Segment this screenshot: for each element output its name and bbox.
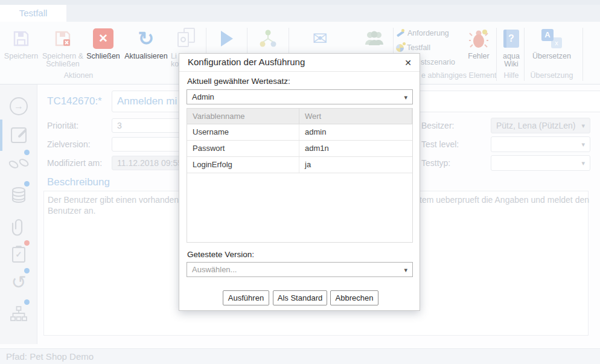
chevron-down-icon: ▾ [581, 137, 585, 152]
badge-dot-blue [24, 181, 30, 187]
ribbon-separator [524, 28, 525, 81]
version-select[interactable]: Auswählen... ▾ [187, 262, 413, 277]
beschreibung-line1-right: tem ueberprueft die Angaben und meldet d… [420, 195, 589, 205]
wertesatz-label: Aktuell gewählter Wertesatz: [187, 77, 290, 86]
help-book-icon: ? [503, 30, 519, 48]
edit-pencil-icon [11, 127, 27, 143]
besitzer-value: Pütz, Lena (PützLen) [496, 121, 576, 130]
create-anforderung-label: Anforderung [407, 29, 449, 37]
wiki-label: aqua Wiki [497, 53, 525, 68]
close-label: Schließen [86, 53, 121, 60]
save-close-button[interactable]: Speichern & Schließen [39, 27, 87, 68]
sidebar-item-edit[interactable] [0, 121, 37, 150]
group-caption-uebersetzung: Übersetzung [529, 71, 575, 80]
testcase-id: TC142670:* [47, 95, 102, 107]
dialog-title-bar: Konfiguration der Ausführung ✕ [179, 54, 420, 72]
besitzer-label: Besitzer: [421, 121, 454, 130]
version-placeholder: Auswählen... [192, 265, 237, 274]
wertesatz-selected-value: Admin [192, 92, 214, 101]
chevron-down-icon: ▾ [404, 90, 407, 104]
variable-value-cell: admin [299, 124, 412, 140]
sidebar-item-navigate[interactable]: → [0, 92, 37, 121]
translate-icon: xA [541, 29, 562, 48]
save-close-label: Speichern & Schließen [39, 53, 87, 68]
chevron-down-icon: ▾ [581, 118, 585, 133]
als-standard-button[interactable]: Als Standard [273, 290, 327, 305]
test-steps-icon [10, 156, 28, 172]
play-icon [221, 31, 233, 46]
status-bar: Pfad: Pet Shop Demo [0, 348, 600, 364]
besitzer-select[interactable]: Pütz, Lena (PützLen) ▾ [491, 118, 590, 133]
clipboard-check-icon: ✓ [12, 247, 25, 263]
floppy-icon [12, 30, 30, 48]
create-testszenario-button[interactable]: stszenario [421, 58, 455, 66]
left-sidebar: → ✓ ↺ [0, 85, 37, 348]
table-row[interactable]: Passwort adm1n [187, 141, 412, 157]
save-icon [4, 27, 39, 51]
testlevel-select[interactable]: ▾ [491, 136, 590, 152]
tab-testfall[interactable]: Testfall [0, 5, 66, 22]
table-row[interactable]: LoginErfolg ja [187, 157, 412, 173]
testtyp-label: Testtyp: [421, 158, 450, 168]
fehler-label: Fehler [462, 53, 496, 60]
refresh-button[interactable]: ↻ Aktualisieren [121, 27, 171, 60]
sidebar-item-steps[interactable] [0, 150, 37, 179]
sidebar-item-history[interactable]: ↺ [0, 268, 37, 297]
save-label: Speichern [4, 53, 39, 60]
arrow-right-circle-icon: → [10, 97, 28, 115]
workflow-button[interactable] [250, 27, 286, 51]
ribbon-separator [496, 28, 497, 81]
wertesatz-select[interactable]: Admin ▾ [187, 89, 413, 104]
badge-dot-blue [24, 268, 30, 273]
save-close-icon [39, 27, 87, 51]
save-button[interactable]: Speichern [4, 27, 39, 60]
variable-value-cell: adm1n [299, 141, 412, 156]
fehler-button[interactable]: Fehler [462, 27, 496, 60]
variable-name-cell: Passwort [187, 141, 299, 156]
beschreibung-heading: Beschreibung [47, 176, 110, 188]
create-testfall-label: Testfall [407, 43, 430, 52]
create-anforderung-button[interactable]: Anforderung [396, 29, 449, 37]
badge-dot-red [24, 240, 30, 246]
beschreibung-line2: Benutzer an. [48, 206, 95, 216]
badge-dot-blue [24, 150, 30, 155]
translate-button[interactable]: xA Übersetzen [529, 27, 575, 60]
group-caption-dependent-element: e abhängiges Element [421, 71, 496, 80]
content-bottom-strip [0, 344, 600, 348]
run-button[interactable] [210, 27, 244, 51]
sidebar-item-attachments[interactable] [0, 212, 37, 241]
testcase-pie-icon [396, 44, 404, 52]
create-testfall-button[interactable]: Testfall [396, 43, 430, 52]
path-label: Pfad: Pet Shop Demo [6, 351, 94, 362]
chevron-down-icon: ▾ [581, 156, 585, 170]
sidebar-item-hierarchy[interactable] [0, 299, 37, 328]
selected-indicator [0, 120, 2, 151]
window-top-strip [0, 0, 600, 5]
variable-name-cell: Username [187, 124, 299, 140]
floppy-x-icon [54, 30, 72, 48]
ausfuehren-button[interactable]: Ausführen [223, 290, 269, 305]
testlevel-label: Test level: [421, 139, 459, 149]
sidebar-item-data[interactable] [0, 181, 37, 210]
modifiziert-label: Modifiziert am: [47, 158, 102, 168]
mail-button[interactable]: ✉ [302, 27, 338, 51]
variable-value-cell: ja [299, 157, 412, 173]
wiki-button[interactable]: ? aqua Wiki [497, 27, 525, 68]
close-button[interactable]: ✕ Schließen [86, 27, 121, 60]
table-row[interactable]: Username admin [187, 124, 412, 141]
dialog-close-icon[interactable]: ✕ [403, 57, 413, 68]
testtyp-select[interactable]: ▾ [491, 155, 590, 171]
version-label: Getestete Version: [187, 250, 254, 259]
paperclip-icon [11, 218, 26, 236]
sitemap-icon [10, 306, 27, 322]
ribbon-separator [582, 28, 583, 81]
abbrechen-button[interactable]: Abbrechen [330, 290, 378, 305]
sidebar-item-tasks[interactable]: ✓ [0, 240, 37, 269]
people-button[interactable] [356, 27, 392, 51]
create-testszenario-label: stszenario [421, 58, 455, 66]
workflow-icon [258, 28, 278, 49]
requirement-pencil-icon [396, 29, 404, 37]
dialog-title: Konfiguration der Ausführung [188, 57, 305, 67]
close-x-icon: ✕ [93, 28, 113, 49]
copy-link-icon [176, 28, 196, 49]
